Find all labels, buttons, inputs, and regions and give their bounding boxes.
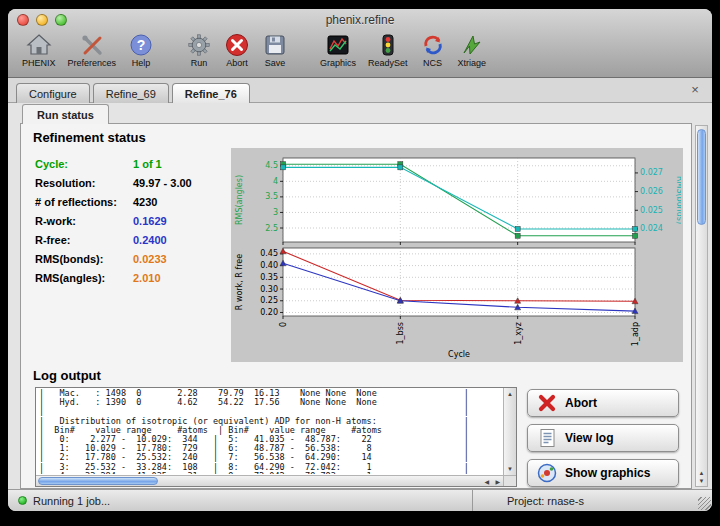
svg-text:4: 4 — [273, 177, 278, 186]
svg-text:0.025: 0.025 — [640, 206, 663, 215]
toolbar-preferences[interactable]: Preferences — [62, 32, 123, 68]
run-gear-icon — [186, 32, 212, 58]
toolbar-group-tools: Graphics ReadySet — [314, 32, 492, 68]
svg-text:0.35: 0.35 — [260, 273, 278, 282]
tab-label: Configure — [29, 88, 77, 100]
toolbar-help[interactable]: ? Help — [122, 32, 160, 68]
traffic-lights — [17, 14, 67, 26]
tab-label: Refine_69 — [106, 88, 156, 100]
svg-text:0.024: 0.024 — [640, 224, 663, 233]
main-scrollbar-thumb[interactable] — [697, 129, 706, 225]
svg-text:1_adp: 1_adp — [631, 322, 640, 346]
svg-text:1_xyz: 1_xyz — [514, 322, 523, 345]
phenix-refine-window: phenix.refine PHENIX Prefer — [8, 9, 712, 511]
phenix-home-icon — [26, 32, 52, 58]
svg-text:3: 3 — [273, 208, 278, 217]
refinement-summary: Cycle:1 of 1Resolution:49.97 - 3.00# of … — [21, 148, 691, 362]
main-scrollbar[interactable]: ▲ ▼ — [695, 125, 708, 487]
abort-x-icon — [536, 392, 558, 414]
stat-value: 0.0233 — [133, 253, 167, 265]
stat-label: Resolution: — [35, 177, 133, 189]
tab-refine-76[interactable]: Refine_76 — [172, 83, 250, 103]
toolbar-ncs[interactable]: NCS — [414, 32, 452, 68]
window-chrome: phenix.refine PHENIX Prefer — [8, 9, 712, 78]
stat-row: RMS(angles):2.010 — [35, 272, 231, 284]
zoom-button[interactable] — [55, 14, 67, 26]
toolbar-run[interactable]: Run — [180, 32, 218, 68]
stat-value: 4230 — [133, 196, 157, 208]
abort-icon — [224, 32, 250, 58]
tab-configure[interactable]: Configure — [16, 83, 90, 103]
log-hscroll-thumb[interactable] — [38, 477, 158, 485]
svg-text:0.40: 0.40 — [260, 261, 278, 270]
toolbar-label: Preferences — [68, 58, 117, 68]
titlebar[interactable]: phenix.refine — [8, 9, 712, 31]
status-bar: Running 1 job... Project: rnase-s — [8, 489, 712, 511]
save-icon — [262, 32, 288, 58]
rms-chart: 2.533.544.50.0240.0250.0260.027RMS(angle… — [233, 150, 681, 246]
svg-text:0: 0 — [279, 322, 288, 327]
stat-label: R-work: — [35, 215, 133, 227]
toolbar-label: Help — [132, 58, 151, 68]
scroll-up-arrow-icon[interactable]: ▲ — [696, 469, 707, 477]
show-graphics-icon — [536, 462, 558, 484]
svg-text:3.5: 3.5 — [265, 192, 278, 201]
scroll-left-arrow-icon[interactable]: ◀ — [484, 478, 489, 485]
close-button[interactable] — [17, 14, 29, 26]
xtriage-icon — [459, 32, 485, 58]
stat-value: 49.97 - 3.00 — [133, 177, 192, 189]
stat-value: 0.1629 — [133, 215, 167, 227]
toolbar-readyset[interactable]: ReadySet — [362, 32, 414, 68]
scroll-down-arrow-icon[interactable]: ▼ — [696, 477, 707, 485]
svg-text:0.027: 0.027 — [640, 168, 663, 177]
toolbar-group-job: Run Abort Save — [180, 32, 294, 68]
tab-refine-69[interactable]: Refine_69 — [93, 83, 169, 103]
tab-run-status[interactable]: Run status — [22, 104, 109, 124]
show-graphics-button[interactable]: Show graphics — [527, 459, 679, 487]
abort-button[interactable]: Abort — [527, 389, 679, 417]
refinement-stats: Cycle:1 of 1Resolution:49.97 - 3.00# of … — [35, 148, 231, 362]
preferences-icon — [79, 32, 105, 58]
stat-value: 0.2400 — [133, 234, 167, 246]
svg-text:RMS(angles): RMS(angles) — [235, 175, 244, 225]
svg-text:4.5: 4.5 — [265, 161, 278, 170]
action-buttons: Abort View log Show gr — [527, 387, 679, 487]
stat-label: RMS(angles): — [35, 272, 133, 284]
toolbar-label: Graphics — [320, 58, 356, 68]
svg-text:2.5: 2.5 — [265, 224, 278, 233]
svg-text:R work, R free: R work, R free — [235, 254, 244, 311]
toolbar-save[interactable]: Save — [256, 32, 294, 68]
scroll-down-arrow-icon[interactable]: ▼ — [504, 465, 516, 473]
rfactor-chart: 0.200.250.300.350.400.4501_bss1_xyz1_adp… — [233, 246, 681, 360]
scroll-right-arrow-icon[interactable]: ▶ — [495, 478, 500, 485]
view-log-button[interactable]: View log — [527, 424, 679, 452]
stat-label: Cycle: — [35, 158, 133, 170]
log-output[interactable]: | Mac. : 1498 0 2.28 79.79 16.13 None No… — [35, 387, 517, 487]
minimize-button[interactable] — [36, 14, 48, 26]
log-vertical-scrollbar[interactable]: ▲ ▼ — [503, 388, 516, 475]
resize-grip[interactable] — [698, 497, 711, 510]
toolbar-label: Save — [265, 58, 286, 68]
toolbar-abort[interactable]: Abort — [218, 32, 256, 68]
readyset-traffic-light-icon — [375, 32, 401, 58]
stat-row: Cycle:1 of 1 — [35, 158, 231, 170]
graphics-icon — [325, 32, 351, 58]
status-text: Running 1 job... — [33, 495, 110, 507]
tab-label: Refine_76 — [185, 88, 237, 100]
tab-close-button[interactable]: × — [688, 82, 702, 97]
toolbar-group-app: PHENIX Preferences ? Help — [16, 32, 160, 68]
show-graphics-button-label: Show graphics — [565, 466, 650, 480]
stat-label: RMS(bonds): — [35, 253, 133, 265]
svg-text:Cycle: Cycle — [448, 350, 470, 359]
toolbar-label: PHENIX — [22, 58, 56, 68]
log-horizontal-scrollbar[interactable]: ◀ ▶ — [36, 475, 503, 486]
scroll-up-arrow-icon[interactable]: ▲ — [504, 390, 516, 398]
toolbar-graphics[interactable]: Graphics — [314, 32, 362, 68]
toolbar-label: Xtriage — [458, 58, 487, 68]
svg-text:RMS(bonds): RMS(bonds) — [675, 176, 681, 224]
svg-text:0.20: 0.20 — [260, 308, 278, 317]
toolbar-xtriage[interactable]: Xtriage — [452, 32, 493, 68]
toolbar-phenix[interactable]: PHENIX — [16, 32, 62, 68]
refinement-status-heading: Refinement status — [33, 130, 691, 145]
toolbar-label: Abort — [226, 58, 248, 68]
